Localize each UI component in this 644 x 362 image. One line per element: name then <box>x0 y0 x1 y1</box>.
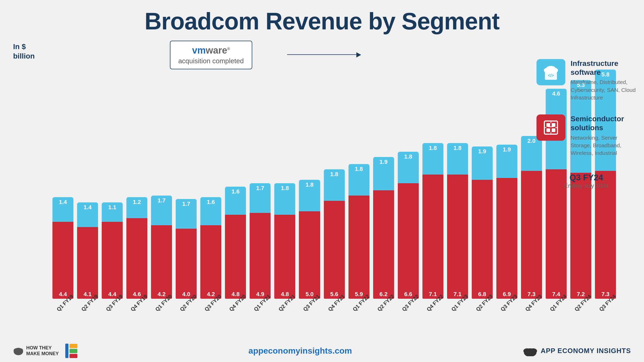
bar-infra: 1.9 <box>373 157 394 190</box>
bar-semi-label: 6.9 <box>503 290 511 299</box>
bar-group: 1.86.6Q3 FY22 <box>398 152 419 307</box>
bar-semi: 6.6 <box>398 183 419 299</box>
bar-semi: 6.2 <box>373 190 394 299</box>
bar-group: 1.85.6Q4 FY21 <box>324 169 345 307</box>
page-title: Broadcom Revenue by Segment <box>10 8 634 35</box>
legend-area: </> Infrastructure software Mainframe, D… <box>536 38 636 189</box>
vmware-text: acquisition completed <box>178 57 244 65</box>
bar-semi-label: 6.8 <box>478 290 486 299</box>
bar-infra: 1.8 <box>422 143 443 175</box>
bar-infra: 1.2 <box>126 197 147 218</box>
bar-stack: 1.96.8 <box>472 146 493 299</box>
infra-icon: </> <box>536 59 565 85</box>
svg-point-20 <box>530 348 537 354</box>
svg-point-19 <box>523 348 531 354</box>
bar-infra-label: 1.9 <box>503 145 511 153</box>
svg-rect-9 <box>552 128 555 132</box>
legend-infra: </> Infrastructure software Mainframe, D… <box>536 59 636 101</box>
legend-semi: Semiconductor solutions Networking, Serv… <box>536 114 636 157</box>
bars-container: 1.44.4Q1 FY191.44.1Q2 FY191.14.4Q3 FY191… <box>52 38 529 307</box>
htmm-text: HOW THEYMAKE MONEY <box>26 345 59 356</box>
bar-infra: 1.6 <box>225 187 246 215</box>
bar-stack: 1.85.6 <box>324 169 345 299</box>
bar-group: 1.96.8Q2 FY23 <box>472 146 493 307</box>
semi-subtitle: Networking, Server Storage, Broadband, W… <box>571 134 636 157</box>
bar-infra-label: 1.8 <box>429 143 437 151</box>
bar-semi: 4.1 <box>77 227 98 299</box>
bar-semi: 7.3 <box>521 171 542 299</box>
bar-infra: 1.4 <box>52 197 73 222</box>
footer-right: APP ECONOMY INSIGHTS <box>523 346 631 356</box>
bar-infra-label: 1.9 <box>379 157 388 165</box>
bar-semi-label: 4.8 <box>232 290 240 299</box>
bar-stack: 1.84.8 <box>274 183 295 299</box>
bar-semi-label: 4.2 <box>207 290 215 299</box>
bar-infra: 1.4 <box>77 202 98 227</box>
bar-infra: 1.7 <box>176 199 197 229</box>
svg-rect-8 <box>546 128 550 132</box>
bar-semi: 4.6 <box>126 218 147 299</box>
bar-semi: 5.0 <box>299 211 320 299</box>
bar-infra-label: 1.8 <box>355 164 363 172</box>
bar-group: 1.96.2Q2 FY22 <box>373 157 394 307</box>
bar-semi-label: 7.1 <box>453 290 461 299</box>
infra-subtitle: Mainframe, Distributed, Cybersecurity, S… <box>571 78 636 101</box>
bar-infra-label: 1.7 <box>158 196 166 204</box>
svg-rect-7 <box>552 123 555 127</box>
bar-infra: 1.6 <box>200 197 221 225</box>
bar-infra-label: 1.7 <box>182 199 190 207</box>
bar-infra: 1.8 <box>274 183 295 215</box>
bar-semi: 4.2 <box>200 225 221 299</box>
bar-infra-label: 1.6 <box>207 197 215 206</box>
bar-semi-label: 5.9 <box>355 290 363 299</box>
infra-legend-text: Infrastructure software Mainframe, Distr… <box>571 59 636 101</box>
bar-stack: 1.44.1 <box>77 202 98 299</box>
bar-infra-label: 1.7 <box>256 183 264 192</box>
bar-semi-label: 4.2 <box>158 290 166 299</box>
q3-badge: Q3 FY24 Ending July 2024 <box>536 173 636 189</box>
bar-infra-label: 1.4 <box>59 197 67 206</box>
bar-infra: 1.8 <box>447 143 468 175</box>
svg-point-17 <box>18 348 23 353</box>
bar-semi-label: 7.3 <box>528 290 536 299</box>
bar-infra: 1.9 <box>472 146 493 180</box>
bar-group: 1.87.1Q1 FY23 <box>447 143 468 307</box>
bar-stack: 1.96.9 <box>496 145 517 299</box>
bar-semi: 4.0 <box>176 229 197 299</box>
bar-group: 1.64.2Q3 FY20 <box>200 197 221 307</box>
bar-semi: 7.2 <box>570 173 591 299</box>
aei-cloud-icon <box>523 346 538 356</box>
bar-group: 1.44.4Q1 FY19 <box>52 197 73 307</box>
infra-title: Infrastructure software <box>571 59 636 77</box>
bar-semi-label: 7.2 <box>577 290 585 299</box>
bar-infra-label: 1.8 <box>330 169 338 178</box>
bar-infra: 1.7 <box>151 196 172 225</box>
bar-infra: 1.7 <box>250 183 271 213</box>
htmm-cloud-icon <box>13 346 24 356</box>
bar-stack: 1.87.1 <box>422 143 443 299</box>
bar-group: 1.85.9Q1 FY22 <box>348 164 369 307</box>
main-container: Broadcom Revenue by Segment In $billion … <box>0 0 644 362</box>
bar-semi-label: 7.1 <box>429 290 437 299</box>
chart-area: vmware® acquisition completed 1.44.4Q1 F… <box>13 38 534 330</box>
bar-semi-label: 7.4 <box>552 290 560 299</box>
vmware-arrow <box>287 54 361 55</box>
bar-semi-label: 4.0 <box>182 290 190 299</box>
bar-infra: 1.1 <box>102 202 123 222</box>
bar-semi-label: 4.4 <box>108 290 116 299</box>
bar-infra: 1.9 <box>496 145 517 178</box>
bar-group: 1.85.0Q3 FY21 <box>299 180 320 307</box>
q3-sub: Ending July 2024 <box>536 182 636 189</box>
bar-stack: 1.74.0 <box>176 199 197 299</box>
bar-stack: 1.44.4 <box>52 197 73 299</box>
semi-icon <box>536 114 565 141</box>
bar-infra-label: 1.2 <box>133 197 141 206</box>
bar-stack: 1.86.6 <box>398 152 419 299</box>
vmware-annotation: vmware® acquisition completed <box>170 41 252 69</box>
svg-text:</>: </> <box>548 73 554 78</box>
bar-semi: 4.2 <box>151 225 172 299</box>
bar-infra-label: 2.0 <box>528 136 536 144</box>
bar-semi-label: 5.6 <box>330 290 338 299</box>
htmm-bars-logo <box>65 344 77 358</box>
bar-group: 1.24.6Q4 FY19 <box>126 197 147 307</box>
